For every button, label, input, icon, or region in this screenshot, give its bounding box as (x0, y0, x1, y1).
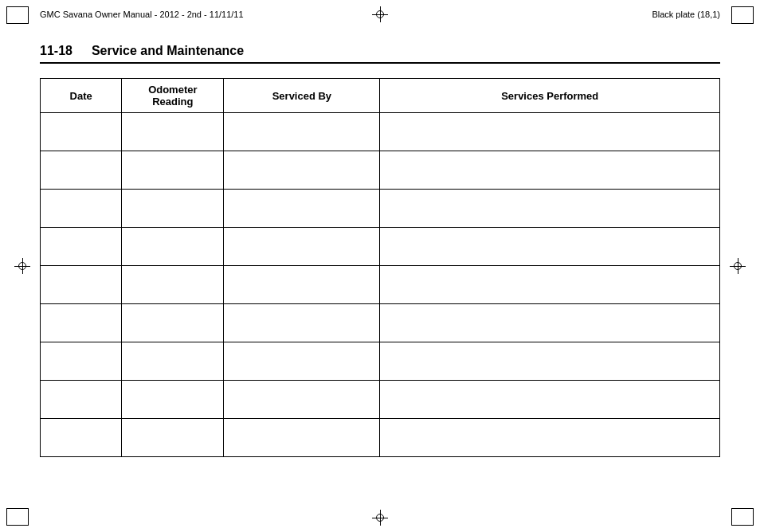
crosshair-bottom (372, 510, 388, 526)
col-header-serviced-by: Serviced By (224, 79, 380, 113)
col-header-services-performed: Services Performed (380, 79, 720, 113)
section-number: 11-18 (40, 44, 72, 58)
header-left-text: GMC Savana Owner Manual - 2012 - 2nd - 1… (40, 10, 244, 19)
corner-mark-br (731, 508, 754, 526)
section-heading: 11-18 Service and Maintenance (40, 44, 720, 64)
table-row (41, 381, 720, 419)
main-content: 11-18 Service and Maintenance Date Odome… (40, 44, 720, 457)
table-row (41, 304, 720, 342)
service-table: Date Odometer Reading Serviced By Servic… (40, 78, 720, 457)
table-row (41, 228, 720, 266)
table-row (41, 190, 720, 228)
table-header-row: Date Odometer Reading Serviced By Servic… (41, 79, 720, 113)
page-header: GMC Savana Owner Manual - 2012 - 2nd - 1… (40, 10, 720, 19)
table-row (41, 419, 720, 457)
corner-mark-tr (731, 6, 754, 24)
section-title: Service and Maintenance (92, 44, 244, 58)
table-row (41, 113, 720, 151)
table-row (41, 151, 720, 190)
table-row (41, 342, 720, 381)
table-row (41, 266, 720, 304)
corner-mark-tl (6, 6, 29, 24)
crosshair-right (730, 258, 746, 274)
header-right-text: Black plate (18,1) (652, 10, 720, 19)
col-header-date: Date (41, 79, 122, 113)
crosshair-left (14, 258, 30, 274)
corner-mark-bl (6, 508, 29, 526)
col-header-odometer: Odometer Reading (122, 79, 224, 113)
